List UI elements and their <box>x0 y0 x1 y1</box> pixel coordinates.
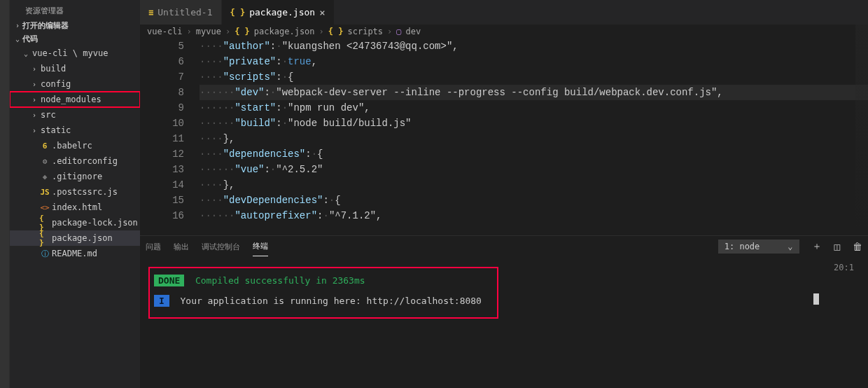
chevron-down-icon: ⌄ <box>788 242 792 251</box>
activity-bar[interactable] <box>0 0 10 388</box>
breadcrumb-segment[interactable]: scripts <box>347 27 383 36</box>
code-line[interactable]: ······"build":·"node build/build.js" <box>200 116 868 131</box>
file-tree: ⌄vue-cli \ myvue›build›config›node_modul… <box>10 46 140 388</box>
panel-tabs: 问题输出调试控制台终端 1: node ⌄ ＋ ◫ 🗑 <box>140 236 868 257</box>
tab-untitled-1[interactable]: ≡Untitled-1 <box>140 0 222 25</box>
code-line[interactable]: ····"scripts":·{ <box>200 69 868 85</box>
breadcrumb-segment[interactable]: vue-cli <box>147 27 183 36</box>
code-line[interactable]: ······"dev":·"webpack-dev-server --inlin… <box>200 85 868 100</box>
compile-message: Compiled successfully in 2363ms <box>190 275 365 286</box>
bottom-panel: 问题输出调试控制台终端 1: node ⌄ ＋ ◫ 🗑 20:1 DONE Co… <box>140 235 868 388</box>
code-line[interactable]: ······"start":·"npm run dev", <box>200 100 868 116</box>
editor-area: ≡Untitled-1{ }package.json× vue-cli›myvu… <box>140 0 868 388</box>
code-line[interactable]: ····"devDependencies":·{ <box>200 193 868 208</box>
explorer-sidebar: 资源管理器 › 打开的编辑器 ⌄ 代码 ⌄vue-cli \ myvue›bui… <box>10 0 140 388</box>
tab-package-json[interactable]: { }package.json× <box>222 0 335 25</box>
file-package-json[interactable]: { }package.json <box>10 230 140 246</box>
panel-tab-输出[interactable]: 输出 <box>174 237 189 256</box>
file--postcssrc-js[interactable]: JS.postcssrc.js <box>10 184 140 200</box>
terminal-body[interactable]: 20:1 DONE Compiled successfully in 2363m… <box>140 257 868 388</box>
code-line[interactable]: ····"author":·"kuangshen <24736743@qq.co… <box>200 39 868 54</box>
code-editor[interactable]: 5678910111213141516 ····"author":·"kuang… <box>140 39 868 235</box>
file--editorconfig[interactable]: ⚙.editorconfig <box>10 153 140 169</box>
line-numbers: 5678910111213141516 <box>140 39 200 235</box>
file-package-lock-json[interactable]: { }package-lock.json <box>10 215 140 230</box>
breadcrumb-segment[interactable]: dev <box>406 27 421 36</box>
folder-build[interactable]: ›build <box>10 61 140 76</box>
code-line[interactable]: ····}, <box>200 131 868 146</box>
sidebar-title: 资源管理器 <box>10 0 140 19</box>
folder-src[interactable]: ›src <box>10 107 140 123</box>
folder-vue-cli---myvue[interactable]: ⌄vue-cli \ myvue <box>10 46 140 61</box>
workspace-section[interactable]: ⌄ 代码 <box>10 32 140 46</box>
breadcrumb[interactable]: vue-cli›myvue›{ }package.json›{ }scripts… <box>140 25 868 39</box>
terminal-selector[interactable]: 1: node ⌄ <box>718 240 799 254</box>
code-line[interactable]: ····"dependencies":·{ <box>200 146 868 162</box>
code-line[interactable]: ····"private":·true, <box>200 54 868 69</box>
close-icon[interactable]: × <box>319 7 325 18</box>
breadcrumb-segment[interactable]: myvue <box>196 27 221 36</box>
code-line[interactable]: ······"vue":·"^2.5.2" <box>200 162 868 177</box>
done-badge: DONE <box>154 275 184 286</box>
code-line[interactable]: ····}, <box>200 177 868 193</box>
chevron-right-icon: › <box>29 96 39 104</box>
panel-tab-调试控制台[interactable]: 调试控制台 <box>202 237 240 256</box>
folder-config[interactable]: ›config <box>10 76 140 92</box>
file-icon: { } <box>230 8 246 18</box>
split-terminal-icon[interactable]: ◫ <box>834 241 840 252</box>
code-line[interactable]: ······"autoprefixer":·"^7.1.2", <box>200 208 868 223</box>
breadcrumb-segment[interactable]: package.json <box>254 27 315 36</box>
chevron-down-icon: ⌄ <box>13 35 22 43</box>
new-terminal-icon[interactable]: ＋ <box>812 240 822 253</box>
method-icon: ▢ <box>396 27 401 36</box>
file-index-html[interactable]: <>index.html <box>10 200 140 215</box>
file-readme-md[interactable]: ⓘREADME.md <box>10 246 140 261</box>
info-badge: I <box>154 295 169 307</box>
chevron-right-icon: › <box>29 111 39 119</box>
chevron-right-icon: › <box>29 127 39 134</box>
open-editors-section[interactable]: › 打开的编辑器 <box>10 19 140 32</box>
chevron-right-icon: › <box>13 22 22 29</box>
chevron-down-icon: ⌄ <box>21 50 31 57</box>
chevron-right-icon: › <box>29 81 39 88</box>
editor-tabs: ≡Untitled-1{ }package.json× <box>140 0 868 25</box>
folder-static[interactable]: ›static <box>10 123 140 138</box>
brace-icon: { } <box>234 27 250 36</box>
chevron-right-icon: › <box>29 65 39 73</box>
cursor-position: 20:1 <box>834 263 854 272</box>
file-icon: ≡ <box>148 8 153 18</box>
brace-icon: { } <box>328 27 344 36</box>
running-message: Your application is running here: http:/… <box>175 296 482 306</box>
terminal-cursor <box>813 293 819 305</box>
panel-tab-问题[interactable]: 问题 <box>146 237 161 256</box>
terminal-highlight-box: DONE Compiled successfully in 2363ms I Y… <box>148 267 498 319</box>
panel-tab-终端[interactable]: 终端 <box>253 237 268 256</box>
minimap[interactable] <box>855 25 868 228</box>
code-body[interactable]: ····"author":·"kuangshen <24736743@qq.co… <box>200 39 868 235</box>
trash-icon[interactable]: 🗑 <box>853 241 862 252</box>
file--gitignore[interactable]: ◆.gitignore <box>10 169 140 184</box>
file--babelrc[interactable]: 6.babelrc <box>10 138 140 153</box>
folder-node-modules[interactable]: ›node_modules <box>10 92 140 107</box>
